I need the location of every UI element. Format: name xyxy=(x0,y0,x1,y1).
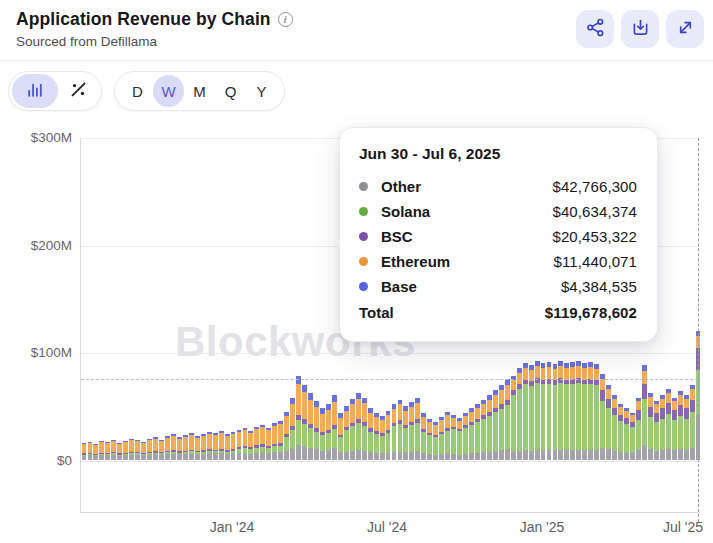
stacked-bar[interactable] xyxy=(254,427,259,460)
range-y[interactable]: Y xyxy=(246,75,277,107)
stacked-bar[interactable] xyxy=(243,428,248,460)
stacked-bar[interactable] xyxy=(147,439,152,460)
stacked-bar[interactable] xyxy=(684,395,689,460)
stacked-bar[interactable] xyxy=(517,368,522,460)
stacked-bar[interactable] xyxy=(153,437,158,460)
stacked-bar[interactable] xyxy=(177,437,182,460)
stacked-bar[interactable] xyxy=(624,408,629,460)
stacked-bar[interactable] xyxy=(570,362,575,460)
stacked-bar[interactable] xyxy=(183,435,188,460)
range-m[interactable]: M xyxy=(184,75,215,107)
stacked-bar[interactable] xyxy=(302,385,307,460)
stacked-bar[interactable] xyxy=(141,442,146,460)
stacked-bar[interactable] xyxy=(82,443,87,460)
stacked-bar[interactable] xyxy=(505,379,510,460)
stacked-bar[interactable] xyxy=(600,374,605,460)
stacked-bar[interactable] xyxy=(368,408,373,460)
stacked-bar[interactable] xyxy=(123,441,128,460)
stacked-bar[interactable] xyxy=(266,428,271,460)
stacked-bar[interactable] xyxy=(296,376,301,460)
stacked-bar[interactable] xyxy=(99,441,104,460)
stacked-bar[interactable] xyxy=(463,413,468,460)
stacked-bar[interactable] xyxy=(219,431,224,460)
stacked-bar[interactable] xyxy=(612,395,617,460)
stacked-bar[interactable] xyxy=(201,434,206,460)
stacked-bar[interactable] xyxy=(129,439,134,460)
stacked-bar[interactable] xyxy=(398,400,403,460)
stacked-bar[interactable] xyxy=(386,411,391,460)
info-icon[interactable]: i xyxy=(278,12,293,27)
stacked-bar[interactable] xyxy=(213,433,218,460)
stacked-bar[interactable] xyxy=(284,412,289,460)
stacked-bar[interactable] xyxy=(576,361,581,460)
stacked-bar[interactable] xyxy=(499,385,504,460)
stacked-bar[interactable] xyxy=(320,408,325,460)
stacked-bar[interactable] xyxy=(93,444,98,460)
stacked-bar[interactable] xyxy=(672,398,677,460)
stacked-bar[interactable] xyxy=(678,391,683,460)
range-d[interactable]: D xyxy=(122,75,153,107)
stacked-bar[interactable] xyxy=(231,432,236,460)
stacked-bar[interactable] xyxy=(350,399,355,460)
stacked-bar[interactable] xyxy=(248,431,253,460)
stacked-bar[interactable] xyxy=(618,404,623,460)
stacked-bar[interactable] xyxy=(207,432,212,460)
stacked-bar[interactable] xyxy=(237,430,242,460)
stacked-bar[interactable] xyxy=(558,361,563,460)
stacked-bar[interactable] xyxy=(535,361,540,460)
stacked-bar[interactable] xyxy=(135,440,140,460)
stacked-bar[interactable] xyxy=(630,413,635,460)
stacked-bar[interactable] xyxy=(588,362,593,460)
stacked-bar[interactable] xyxy=(582,363,587,460)
stacked-bar[interactable] xyxy=(457,418,462,460)
range-q[interactable]: Q xyxy=(215,75,246,107)
stacked-bar[interactable] xyxy=(117,443,122,460)
stacked-bar[interactable] xyxy=(511,376,516,460)
stacked-bar[interactable] xyxy=(332,395,337,460)
bar-view-toggle[interactable] xyxy=(12,74,58,108)
stacked-bar[interactable] xyxy=(487,395,492,460)
stacked-bar[interactable] xyxy=(451,415,456,460)
stacked-bar[interactable] xyxy=(344,406,349,460)
stacked-bar[interactable] xyxy=(278,421,283,460)
stacked-bar[interactable] xyxy=(409,402,414,460)
stacked-bar[interactable] xyxy=(189,433,194,460)
stacked-bar[interactable] xyxy=(314,401,319,460)
stacked-bar[interactable] xyxy=(374,413,379,460)
stacked-bar[interactable] xyxy=(421,413,426,460)
stacked-bar[interactable] xyxy=(403,406,408,460)
stacked-bar[interactable] xyxy=(88,442,93,460)
stacked-bar[interactable] xyxy=(308,393,313,460)
share-button[interactable] xyxy=(576,10,614,48)
stacked-bar[interactable] xyxy=(260,425,265,461)
stacked-bar[interactable] xyxy=(195,436,200,460)
stacked-bar[interactable] xyxy=(690,385,695,460)
stacked-bar[interactable] xyxy=(445,412,450,460)
stacked-bar[interactable] xyxy=(111,440,116,460)
stacked-bar[interactable] xyxy=(380,416,385,460)
stacked-bar[interactable] xyxy=(362,398,367,460)
stacked-bar[interactable] xyxy=(326,404,331,460)
stacked-bar[interactable] xyxy=(159,440,164,460)
stacked-bar[interactable] xyxy=(356,393,361,460)
stacked-bar[interactable] xyxy=(660,395,665,460)
expand-button[interactable] xyxy=(666,10,704,48)
stacked-bar[interactable] xyxy=(427,419,432,460)
stacked-bar[interactable] xyxy=(654,401,659,460)
stacked-bar[interactable] xyxy=(606,385,611,460)
export-image-button[interactable] xyxy=(621,10,659,48)
stacked-bar[interactable] xyxy=(415,398,420,460)
stacked-bar[interactable] xyxy=(523,363,528,460)
stacked-bar[interactable] xyxy=(493,390,498,460)
range-w[interactable]: W xyxy=(153,75,184,107)
stacked-bar[interactable] xyxy=(648,393,653,460)
stacked-bar[interactable] xyxy=(433,422,438,460)
stacked-bar[interactable] xyxy=(105,442,110,460)
stacked-bar[interactable] xyxy=(636,398,641,460)
stacked-bar[interactable] xyxy=(469,408,474,460)
stacked-bar[interactable] xyxy=(481,400,486,460)
stacked-bar[interactable] xyxy=(666,389,671,460)
stacked-bar[interactable] xyxy=(165,436,170,460)
stacked-bar[interactable] xyxy=(171,434,176,460)
percent-view-toggle[interactable] xyxy=(58,74,98,108)
